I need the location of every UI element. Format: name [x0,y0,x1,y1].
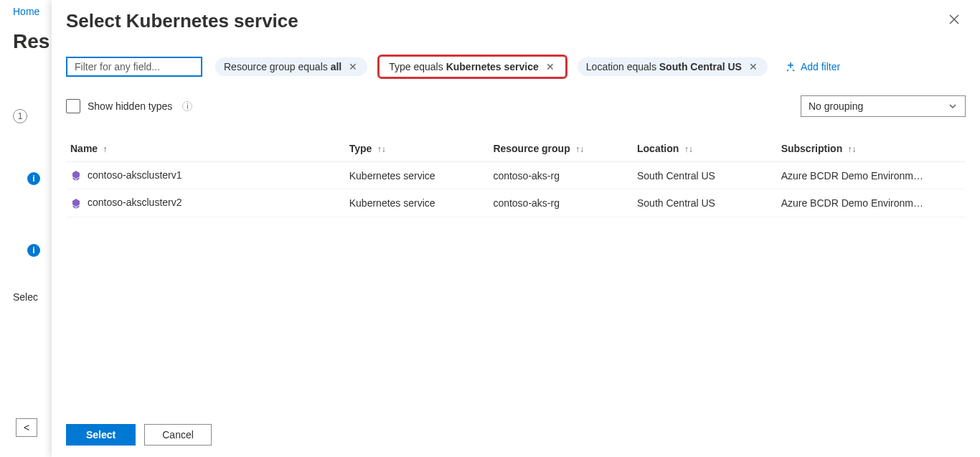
cell-resource-group: contoso-aks-rg [489,162,633,189]
cell-subscription: Azure BCDR Demo Environm… [777,189,966,217]
cell-type: Kubernetes service [345,162,489,189]
page-title: Res [13,30,50,53]
kubernetes-service-icon [70,170,82,182]
remove-filter-icon[interactable]: ✕ [347,61,359,72]
show-hidden-types-label: Show hidden types [88,100,172,112]
show-hidden-types-checkbox[interactable]: Show hidden types i [66,99,192,113]
add-filter-icon [785,61,796,72]
select-kubernetes-panel: Select Kubernetes service Resource group… [52,0,980,457]
cell-type: Kubernetes service [345,189,489,217]
sort-icon: ↑↓ [573,144,584,154]
sort-icon: ↑↓ [845,144,856,154]
info-icon: i [27,172,40,185]
column-header-location[interactable]: Location ↑↓ [633,137,777,162]
cell-name[interactable]: contoso-aksclusterv2 [66,189,345,217]
filter-pill-type[interactable]: Type equals Kubernetes service ✕ [380,57,565,76]
filter-pill-label: Type equals Kubernetes service [389,61,539,72]
info-icon[interactable]: i [182,101,192,111]
column-header-subscription[interactable]: Subscription ↑↓ [777,137,966,162]
sort-icon: ↑↓ [374,144,385,154]
column-header-resource-group[interactable]: Resource group ↑↓ [489,137,633,162]
filter-pill-label: Resource group equals all [224,61,341,72]
panel-footer: Select Cancel [66,415,966,446]
svg-marker-3 [72,199,80,207]
remove-filter-icon[interactable]: ✕ [748,61,759,72]
add-filter-label: Add filter [801,61,840,72]
step-indicator: 1 [13,109,27,123]
select-button[interactable]: Select [66,424,136,446]
panel-title: Select Kubernetes service [66,10,298,32]
breadcrumb-home[interactable]: Home [13,6,39,17]
table-header-row: Name ↑ Type ↑↓ Resource group ↑↓ Locatio… [66,137,966,162]
prev-page-button[interactable]: < [16,418,37,437]
table-row[interactable]: contoso-aksclusterv1Kubernetes serviceco… [66,162,966,189]
cell-resource-group: contoso-aks-rg [489,189,633,217]
cell-subscription: Azure BCDR Demo Environm… [777,162,966,189]
info-icon: i [27,244,40,257]
filter-pill-resource-group[interactable]: Resource group equals all ✕ [215,57,367,76]
sort-asc-icon: ↑ [100,144,107,154]
close-button[interactable] [943,10,966,30]
sort-icon: ↑↓ [682,144,692,154]
cell-location: South Central US [633,162,777,189]
filter-input[interactable] [66,57,202,77]
kubernetes-service-icon [70,198,82,209]
column-header-name[interactable]: Name ↑ [66,137,345,162]
resources-table: Name ↑ Type ↑↓ Resource group ↑↓ Locatio… [66,137,966,217]
grouping-select[interactable]: No grouping [801,95,966,117]
selec-label: Selec [13,291,50,303]
filter-bar: Resource group equals all ✕ Type equals … [66,57,966,77]
cell-name[interactable]: contoso-aksclusterv1 [66,162,345,189]
chevron-down-icon [948,101,958,111]
cancel-button[interactable]: Cancel [144,424,212,446]
column-header-type[interactable]: Type ↑↓ [345,137,489,162]
table-row[interactable]: contoso-aksclusterv2Kubernetes serviceco… [66,189,966,217]
page-behind: Home Res 1 i i Selec < [0,0,50,457]
add-filter-button[interactable]: Add filter [781,58,844,75]
cell-location: South Central US [633,189,777,217]
filter-pill-label: Location equals South Central US [586,61,742,72]
grouping-select-value: No grouping [809,100,863,112]
remove-filter-icon[interactable]: ✕ [545,61,556,72]
svg-marker-0 [72,171,80,179]
close-icon [948,14,960,25]
filter-pill-location[interactable]: Location equals South Central US ✕ [578,57,768,76]
checkbox-box[interactable] [66,99,80,113]
